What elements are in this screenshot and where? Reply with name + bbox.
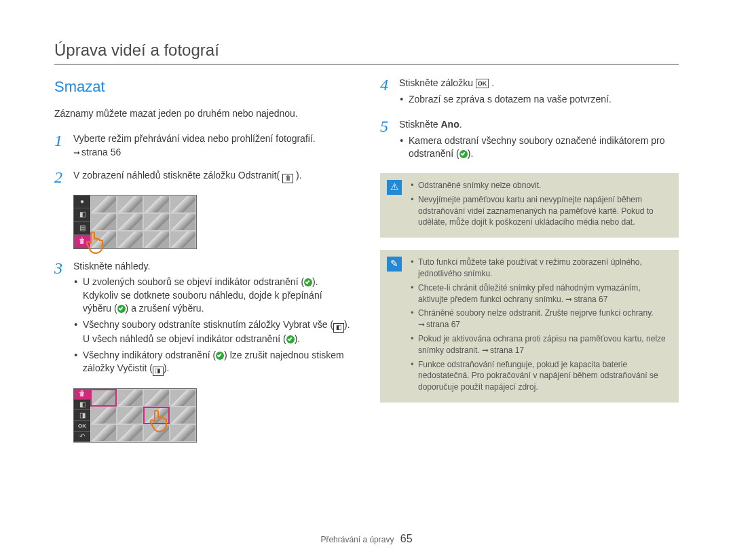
intro-text: Záznamy můžete mazat jeden po druhém neb…	[54, 107, 353, 121]
step-5-text-b: .	[459, 119, 462, 130]
ss1-trash-icon: 🗑	[74, 235, 90, 248]
info-box: ✎ Tuto funkci můžete také používat v rež…	[380, 250, 679, 403]
step-1-text: Vyberte režim přehrávání videa nebo proh…	[73, 133, 316, 144]
ss1-rec-icon: ●	[74, 195, 90, 209]
step-3-bullet-3: Všechny indikátory odstranění () lze zru…	[83, 349, 353, 377]
step-5-bullet-1: Kamera odstraní všechny soubory označené…	[409, 134, 679, 161]
page-ref: strana 56	[73, 147, 121, 157]
step-2: 2 V zobrazení náhledů stiskněte záložku …	[54, 169, 353, 185]
step-4-bullet-1: Zobrazí se zpráva s dotazem na vaše potv…	[409, 93, 679, 107]
ss2-trash-icon: 🗑	[74, 389, 90, 400]
page-ref: strana 17	[482, 346, 524, 355]
step-2-text-b: ).	[296, 170, 302, 181]
info-item-4: Pokud je aktivována ochrana proti zápisu…	[418, 333, 669, 356]
warn-item-2: Nevyjímejte paměťovou kartu ani nevypíne…	[418, 194, 669, 228]
info-item-5: Funkce odstraňování nefunguje, pokud je …	[418, 359, 669, 393]
info-icon: ✎	[387, 257, 402, 272]
page-ref: strana 67	[418, 320, 460, 329]
ss2-clear-icon: ◨	[74, 410, 90, 421]
check-icon	[117, 305, 126, 313]
page-title: Úprava videí a fotograí	[54, 41, 679, 64]
warn-item-1: Odstraněné snímky nelze obnovit.	[418, 180, 669, 191]
step-2-text-a: V zobrazení náhledů stiskněte záložku Od…	[73, 170, 280, 181]
left-column: Smazat Záznamy můžete mazat jeden po dru…	[54, 77, 353, 453]
check-icon	[459, 150, 468, 158]
info-item-2: Chcete-li chránit důležité snímky před n…	[418, 282, 669, 305]
check-icon	[286, 335, 295, 343]
step-number: 2	[54, 169, 67, 185]
info-item-1: Tuto funkci můžete také používat v režim…	[418, 257, 669, 280]
check-icon	[304, 278, 312, 286]
step-5: 5 Stiskněte Ano. Kamera odstraní všechny…	[380, 118, 679, 164]
step-5-bold: Ano	[440, 119, 459, 130]
warning-icon: ⚠	[387, 180, 402, 195]
clear-icon: ◨	[153, 367, 164, 376]
step-number: 5	[380, 118, 392, 164]
footer-section: Přehrávání a úpravy	[320, 535, 394, 544]
section-title: Smazat	[54, 77, 353, 98]
screenshot-thumbs: ● ◧ ▤ 🗑	[73, 195, 197, 249]
step-4-text-b: .	[491, 77, 494, 88]
step-3: 3 Stiskněte náhledy. U zvolených souborů…	[54, 260, 353, 379]
check-icon	[216, 352, 224, 360]
step-3-bullet-1: U zvolených souborů se objeví indikátor …	[83, 276, 353, 316]
info-item-3: Chráněné soubory nelze odstranit. Zrušte…	[418, 307, 669, 331]
ss2-ok-icon: OK	[74, 421, 90, 432]
ss1-video-icon: ▤	[74, 222, 90, 236]
footer: Přehrávání a úpravy 65	[0, 533, 733, 545]
screenshot-selected: 🗑 ◧ ◨ OK ↶	[73, 388, 197, 443]
page-number: 65	[400, 533, 413, 544]
ss2-selectall-icon: ◧	[74, 400, 90, 411]
ok-icon: OK	[476, 79, 489, 88]
step-number: 3	[54, 260, 67, 379]
step-number: 1	[54, 132, 67, 159]
warning-box: ⚠ Odstraněné snímky nelze obnovit. Nevyj…	[380, 173, 679, 238]
step-5-text-a: Stiskněte	[399, 119, 440, 130]
step-1: 1 Vyberte režim přehrávání videa nebo pr…	[54, 132, 353, 159]
step-4-text-a: Stiskněte záložku	[399, 77, 476, 88]
step-4: 4 Stiskněte záložku OK . Zobrazí se zprá…	[380, 77, 679, 109]
ss1-photo-icon: ◧	[74, 208, 90, 222]
page-ref: strana 67	[565, 295, 607, 304]
step-number: 4	[380, 77, 392, 109]
select-all-icon: ◧	[333, 323, 344, 333]
right-column: 4 Stiskněte záložku OK . Zobrazí se zprá…	[380, 77, 679, 453]
step-3-bullet-2: Všechny soubory odstraníte stisknutím zá…	[83, 318, 353, 346]
step-3-text: Stiskněte náhledy.	[73, 261, 150, 272]
trash-icon: 🗑	[282, 174, 293, 183]
ss2-back-icon: ↶	[74, 432, 90, 443]
